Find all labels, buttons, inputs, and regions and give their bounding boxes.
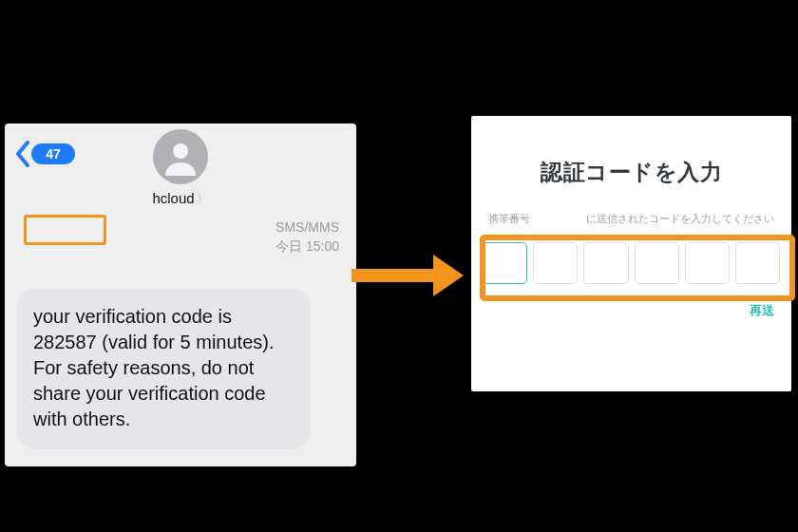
sms-header: 47 hcloud〉 SMS/MMS 今日 15:00 bbox=[5, 124, 356, 228]
code-digit-3[interactable] bbox=[583, 242, 628, 284]
chevron-left-icon bbox=[14, 141, 31, 167]
svg-point-0 bbox=[173, 143, 188, 159]
sender-name: hcloud bbox=[152, 190, 194, 206]
verify-subtitle: 携帯番号 に送信されたコードを入力してください bbox=[488, 212, 774, 226]
resend-link[interactable]: 再送 bbox=[488, 302, 774, 319]
message-bubble[interactable]: your verification code is 282587 (valid … bbox=[16, 289, 311, 449]
timestamp: 今日 15:00 bbox=[276, 238, 339, 256]
code-digit-4[interactable] bbox=[635, 242, 679, 284]
code-input-row bbox=[483, 236, 780, 291]
back-button[interactable]: 47 bbox=[14, 141, 75, 167]
code-digit-1[interactable] bbox=[483, 242, 527, 284]
avatar-icon[interactable] bbox=[153, 129, 208, 184]
sender-row[interactable]: hcloud〉 bbox=[5, 190, 356, 208]
message-meta: SMS/MMS 今日 15:00 bbox=[276, 218, 339, 256]
arrow-icon bbox=[352, 255, 464, 296]
code-digit-6[interactable] bbox=[735, 242, 780, 284]
channel-label: SMS/MMS bbox=[276, 218, 339, 238]
verify-title: 認証コードを入力 bbox=[471, 158, 791, 187]
chevron-right-icon: 〉 bbox=[197, 192, 209, 206]
code-digit-2[interactable] bbox=[533, 242, 578, 284]
unread-badge: 47 bbox=[31, 143, 75, 164]
instruction-text: に送信されたコードを入力してください bbox=[586, 212, 774, 226]
code-digit-5[interactable] bbox=[685, 242, 730, 284]
verify-panel: 認証コードを入力 携帯番号 に送信されたコードを入力してください 再送 bbox=[471, 116, 791, 391]
phone-label: 携帯番号 bbox=[488, 212, 530, 226]
sms-panel: 47 hcloud〉 SMS/MMS 今日 15:00 your verific… bbox=[5, 124, 356, 466]
